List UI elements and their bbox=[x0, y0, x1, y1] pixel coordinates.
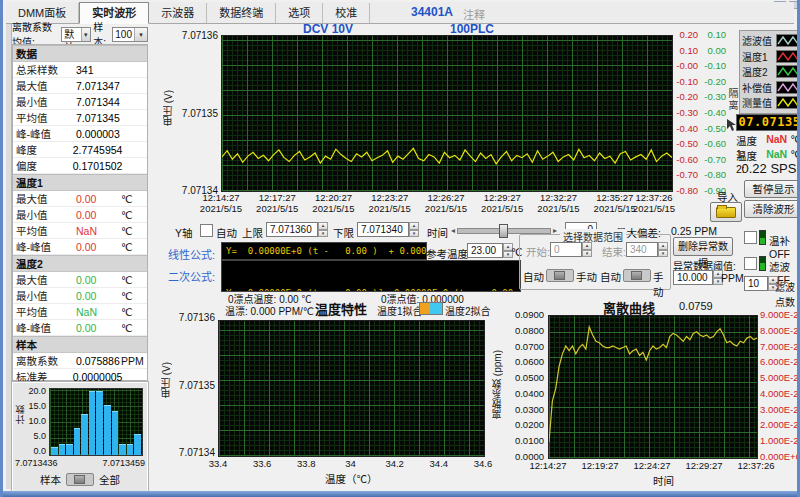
note-label[interactable]: 注释 bbox=[463, 6, 485, 22]
hist-bar bbox=[66, 444, 73, 455]
max-deviation-value: 0.25 PPM bbox=[671, 225, 717, 237]
start-auto-manual-toggle[interactable] bbox=[546, 269, 574, 282]
statistics-sidebar: 离散系数均值: 默认 ▾ 样本: 100 ▾ 数据总采样数341最大值7.071… bbox=[12, 24, 148, 489]
temp-chart-y-ticks: 7.071367.071357.07134 bbox=[171, 312, 215, 458]
y-axis-auto-checkbox[interactable] bbox=[200, 224, 213, 237]
temp2-axis-tick: 0.00 bbox=[700, 45, 726, 56]
temp-comp-led-icon bbox=[759, 230, 766, 245]
chevron-down-icon[interactable]: ▾ bbox=[134, 28, 147, 41]
stat-label: 最大值 bbox=[13, 272, 76, 287]
upper-limit-spinner[interactable]: 7.071360 ▴▾ bbox=[266, 222, 328, 237]
y-axis-label: Y轴 bbox=[175, 225, 193, 240]
auto-label: 自动 bbox=[216, 225, 237, 240]
main-x-tick: 12:32:272021/5/15 bbox=[537, 192, 579, 214]
tab-示波器[interactable]: 示波器 bbox=[149, 3, 207, 23]
legend-item[interactable]: 滤波值 bbox=[742, 33, 800, 49]
plc-label: 100PLC bbox=[450, 22, 494, 36]
temp2-axis-tick: -0.70 bbox=[700, 154, 726, 165]
delete-outliers-button[interactable]: 删除异常数据 bbox=[673, 237, 733, 256]
isolate-label: 隔离 bbox=[726, 88, 740, 112]
legend-label: 温度2 bbox=[742, 64, 774, 79]
legend-item[interactable]: 补偿值 bbox=[742, 80, 800, 96]
sample-all-toggle[interactable] bbox=[66, 473, 94, 486]
start-spinner[interactable]: 0 ▴▾ bbox=[550, 242, 592, 257]
tab-实时波形[interactable]: 实时波形 bbox=[79, 2, 149, 24]
temp2-axis-tick: -0.50 bbox=[700, 123, 726, 134]
tab-选项[interactable]: 选项 bbox=[276, 3, 323, 23]
stats-row: 最小值0.00℃ bbox=[13, 288, 147, 304]
temp1-axis-ticks: 0.200.10-0.00-0.10-0.20-0.30-0.40-0.50-0… bbox=[672, 29, 698, 196]
spinner-arrows-icon[interactable]: ▴▾ bbox=[409, 222, 419, 237]
slider-thumb[interactable] bbox=[499, 224, 508, 238]
x-tick-date: 2021/5/15 bbox=[594, 203, 636, 214]
temp-chart-x-ticks: 33.433.633.83434.234.434.6 bbox=[218, 458, 483, 469]
cv-mean-select[interactable]: 默认 ▾ bbox=[61, 27, 91, 42]
stats-row: 峰-峰值0.000003 bbox=[13, 126, 147, 142]
instrument-model: 34401A bbox=[411, 5, 453, 19]
temp-comp-checkbox[interactable] bbox=[744, 231, 757, 244]
lower-limit-spinner[interactable]: 7.071340 ▴▾ bbox=[357, 222, 419, 237]
main-chart-x-ticks: 12:14:272021/5/1512:17:272021/5/1512:20:… bbox=[221, 192, 673, 218]
auto-label: 自动 bbox=[600, 269, 621, 284]
fit1-label: 温度1拟合 bbox=[377, 303, 423, 318]
end-spinner[interactable]: 340 ▴▾ bbox=[626, 242, 668, 257]
hist-bar bbox=[59, 444, 66, 455]
dispersion-right-y-tick: 3.000E-2 bbox=[760, 404, 800, 415]
legend-item[interactable]: 测量值 bbox=[742, 95, 800, 111]
stats-section-header: 温度1 bbox=[13, 174, 147, 191]
main-y-tick: 7.07136 bbox=[173, 30, 218, 41]
spinner-arrows-icon[interactable]: ▴▾ bbox=[318, 222, 328, 237]
chevron-down-icon[interactable]: ▾ bbox=[81, 28, 91, 41]
stats-row: 峰-峰值0.00℃ bbox=[13, 239, 147, 255]
dispersion-y-tick: 0.0300 bbox=[501, 404, 544, 415]
dispersion-right-y-tick: 8.000E-2 bbox=[760, 325, 800, 336]
legend-item[interactable]: 温度2 bbox=[742, 64, 800, 80]
stat-value: NaN bbox=[76, 306, 121, 318]
legend-item[interactable]: 温度1 bbox=[742, 49, 800, 65]
stat-value: 341 bbox=[76, 64, 121, 76]
time-label: 时间 bbox=[427, 225, 448, 240]
spinner-arrows-icon[interactable]: ▴▾ bbox=[582, 242, 592, 257]
histogram-panel: 计数 20.015.010.05.00.0 7.0713436 7.071345… bbox=[12, 382, 148, 494]
temp-comp-label: 温补 OFF bbox=[769, 233, 797, 260]
linear-formula-display: Y= 0.00000E+0 (t - 0.00 ) + 0.000000 bbox=[221, 242, 427, 260]
statistics-table: 数据总采样数341最大值7.071347最小值7.071344平均值7.0713… bbox=[12, 44, 148, 381]
clear-waveform-button[interactable]: 清除波形 bbox=[744, 200, 800, 218]
sample-select[interactable]: 100 ▾ bbox=[112, 27, 148, 42]
dispersion-x-tick: 12:24:27 bbox=[634, 460, 671, 471]
fit-toggle[interactable] bbox=[419, 302, 443, 315]
ref-temp-spinner[interactable]: 23.00 ▴▾ bbox=[467, 243, 513, 258]
pause-display-button[interactable]: 暂停显示 bbox=[744, 180, 800, 198]
end-auto-manual-toggle[interactable] bbox=[623, 269, 651, 282]
temp2-axis-tick: -0.80 bbox=[700, 169, 726, 180]
hist-y-tick: 5.0 bbox=[24, 431, 46, 441]
temp-characteristic-chart[interactable] bbox=[218, 320, 485, 457]
import-file-button[interactable] bbox=[710, 202, 742, 222]
spinner-arrows-icon[interactable]: ▴▾ bbox=[658, 242, 668, 257]
stat-label: 峰-峰值 bbox=[13, 126, 76, 141]
dispersion-curve-chart[interactable] bbox=[548, 315, 758, 459]
x-tick-time: 12:14:27 bbox=[200, 192, 242, 203]
legend-label: 测量值 bbox=[742, 95, 774, 110]
outlier-threshold-unit: PPM bbox=[721, 272, 744, 284]
filter-checkbox[interactable] bbox=[744, 257, 757, 270]
tab-校准[interactable]: 校准 bbox=[323, 3, 370, 23]
filter-points-spinner[interactable]: 10 ▴▾ bbox=[744, 276, 778, 291]
slider-left-arrow-icon[interactable]: ◂ bbox=[451, 226, 455, 235]
x-tick-date: 2021/5/15 bbox=[537, 203, 579, 214]
stat-unit: ℃ bbox=[121, 209, 147, 221]
temp2-axis-tick: 0.10 bbox=[700, 29, 726, 40]
stat-label: 最小值 bbox=[13, 94, 76, 109]
stat-label: 峰度 bbox=[13, 142, 73, 157]
dispersion-x-tick: 12:29:27 bbox=[686, 460, 723, 471]
hist-bar bbox=[127, 444, 134, 455]
outlier-threshold-spinner[interactable]: 10.000 ▴▾ bbox=[673, 270, 723, 285]
stat-value: 0.0000005 bbox=[73, 371, 123, 383]
tab-数据终端[interactable]: 数据终端 bbox=[207, 3, 276, 23]
hist-bar bbox=[74, 428, 81, 455]
main-waveform-chart[interactable] bbox=[221, 35, 673, 192]
main-x-tick: 12:35:272021/5/15 bbox=[594, 192, 636, 214]
dispersion-right-y-tick: 1.000E-2 bbox=[760, 435, 800, 446]
temp-x-tick: 33.8 bbox=[297, 458, 316, 469]
main-x-tick: 12:17:272021/5/15 bbox=[256, 192, 298, 214]
